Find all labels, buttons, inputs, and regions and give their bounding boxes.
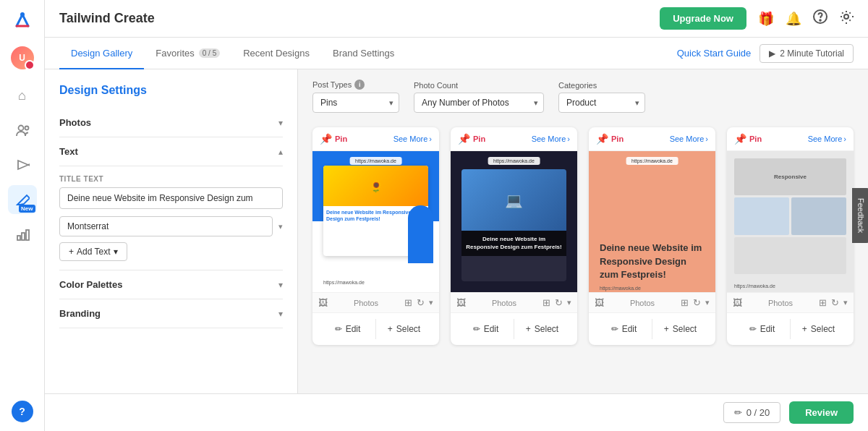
branding-section-header[interactable]: Branding ▾ [59, 299, 283, 328]
card-1-photos-label: Photos [354, 299, 378, 307]
card-2-arrow-icon: › [567, 135, 570, 143]
card-3-edit-button[interactable]: ✏ Edit [596, 319, 652, 339]
quick-start-link[interactable]: Quick Start Guide [677, 48, 752, 59]
photo-count-select[interactable]: Any Number of Photos [414, 93, 544, 113]
card-3-pin-icon: 📌 [596, 133, 608, 145]
feedback-tab[interactable]: Feedback [852, 188, 868, 243]
card-1-footer: 🖼 Photos ⊞ ↻ ▾ [312, 292, 439, 312]
card-3-select-button[interactable]: + Select [652, 319, 708, 339]
card-3-refresh-icon[interactable]: ↻ [693, 297, 701, 308]
card-3-text: Deine neue Website im Responsive Design … [600, 242, 705, 281]
card-3-see-more[interactable]: See More › [670, 135, 708, 143]
card-2-footer: 🖼 Photos ⊞ ↻ ▾ [451, 292, 577, 312]
card-4-see-more[interactable]: See More › [808, 135, 846, 143]
font-select[interactable]: Montserrat [59, 216, 273, 236]
card-1-layout-icon[interactable]: ⊞ [404, 297, 412, 308]
cards-grid: 📌 Pin See More › https://mawoka.de [312, 127, 854, 345]
review-button[interactable]: Review [789, 401, 854, 424]
card-1-actions: ✏ Edit + Select [312, 312, 439, 345]
card-3-footer-icons: ⊞ ↻ ▾ [681, 297, 710, 308]
tutorial-button[interactable]: ▶ 2 Minute Tutorial [760, 44, 854, 63]
app-title: Tailwind Create [59, 11, 155, 26]
card-1-refresh-icon[interactable]: ↻ [417, 297, 425, 308]
photos-icon-2: 🖼 [456, 297, 466, 308]
title-text-input[interactable] [59, 187, 283, 209]
tab-recent-designs[interactable]: Recent Designs [231, 38, 321, 69]
card-2-see-more[interactable]: See More › [532, 135, 570, 143]
settings-icon[interactable] [839, 9, 854, 27]
card-3-bottom-url: https://mawoka.de [600, 286, 641, 291]
cards-grid-area: 📌 Pin See More › https://mawoka.de [298, 120, 868, 431]
card-3-layout-icon[interactable]: ⊞ [681, 297, 689, 308]
card-1-arrow-icon: › [429, 135, 432, 143]
add-text-button[interactable]: + Add Text ▾ [59, 242, 127, 261]
card-4-refresh-icon[interactable]: ↻ [831, 297, 839, 308]
favorites-badge: 0 / 5 [199, 48, 220, 58]
photos-icon-4: 🖼 [733, 297, 742, 308]
sidebar-item-users[interactable] [8, 116, 37, 145]
branding-label: Branding [59, 308, 101, 319]
tab-design-gallery[interactable]: Design Gallery [59, 38, 144, 69]
card-4-select-button[interactable]: + Select [791, 319, 846, 339]
tab-brand-settings[interactable]: Brand Settings [321, 38, 406, 69]
count-badge: ✏ 0 / 20 [723, 402, 781, 423]
card-2-preview: https://mawoka.de 💻 Deine neue Website i… [451, 151, 577, 292]
card-1-see-more[interactable]: See More › [393, 135, 432, 143]
card-3-actions: ✏ Edit + Select [589, 312, 715, 345]
card-1-edit-button[interactable]: ✏ Edit [320, 319, 376, 339]
card-3-header: 📌 Pin See More › [589, 127, 715, 151]
add-text-chevron-icon: ▾ [114, 247, 118, 257]
card-4-more-icon[interactable]: ▾ [843, 298, 848, 307]
photos-section-header[interactable]: Photos ▾ [59, 108, 283, 137]
sidebar: U ⌂ New ? [0, 0, 45, 431]
sidebar-item-campaigns[interactable] [8, 150, 37, 179]
sidebar-item-home[interactable]: ⌂ [8, 81, 37, 110]
post-types-label: Post Types i [312, 80, 399, 90]
gift-icon[interactable]: 🎁 [758, 11, 774, 27]
upgrade-button[interactable]: Upgrade Now [660, 7, 746, 30]
help-button[interactable]: ? [12, 401, 33, 422]
help-icon[interactable] [813, 9, 827, 27]
card-1-more-icon[interactable]: ▾ [429, 298, 433, 307]
card-2-pin-badge: 📌 Pin [458, 133, 485, 145]
text-chevron-icon: ▴ [278, 147, 283, 157]
design-card-2: 📌 Pin See More › https://mawoka.de [451, 127, 577, 345]
card-3-more-icon[interactable]: ▾ [705, 298, 710, 307]
design-gallery-panel: Post Types i Pins Photo Count Any Number… [298, 69, 868, 431]
card-1-select-button[interactable]: + Select [376, 319, 432, 339]
text-section-header[interactable]: Text ▴ [59, 137, 283, 166]
avatar[interactable]: U [11, 46, 34, 69]
card-4-url: https://mawoka.de [734, 283, 775, 289]
card-2-layout-icon[interactable]: ⊞ [542, 297, 550, 308]
sidebar-item-create[interactable]: New [8, 185, 37, 214]
card-4-select-icon: + [802, 324, 807, 334]
post-types-info-icon: i [354, 80, 365, 90]
card-2-pin-icon: 📌 [458, 133, 470, 145]
svg-point-1 [18, 126, 23, 131]
tabbar: Design Gallery Favorites 0 / 5 Recent De… [45, 38, 868, 69]
branding-chevron-icon: ▾ [278, 309, 283, 319]
post-types-select[interactable]: Pins [312, 93, 399, 113]
tab-actions: Quick Start Guide ▶ 2 Minute Tutorial [677, 44, 854, 63]
card-3-photos-label: Photos [630, 299, 655, 307]
tab-favorites[interactable]: Favorites 0 / 5 [144, 38, 231, 69]
title-text-label: TITLE TEXT [59, 175, 283, 183]
card-2-more-icon[interactable]: ▾ [567, 298, 571, 307]
card-2-refresh-icon[interactable]: ↻ [555, 297, 563, 308]
bottom-bar: ✏ 0 / 20 Review [45, 393, 868, 431]
color-palettes-section-header[interactable]: Color Palettes ▾ [59, 270, 283, 299]
card-4-edit-icon: ✏ [749, 324, 757, 334]
card-2-select-button[interactable]: + Select [514, 319, 570, 339]
bell-icon[interactable]: 🔔 [786, 11, 801, 27]
sidebar-item-analytics[interactable] [8, 220, 37, 249]
svg-point-8 [844, 14, 848, 19]
card-2-inner: 💻 Deine neue Website im Responsive Desig… [461, 169, 566, 281]
card-4-preview: Responsive https://mawoka.de [727, 151, 854, 292]
card-3-footer: 🖼 Photos ⊞ ↻ ▾ [589, 292, 715, 312]
card-4-layout-icon[interactable]: ⊞ [819, 297, 827, 308]
categories-select[interactable]: Product [558, 93, 645, 113]
card-3-pin-badge: 📌 Pin [596, 133, 624, 145]
card-2-footer-icons: ⊞ ↻ ▾ [542, 297, 571, 308]
card-4-edit-button[interactable]: ✏ Edit [734, 319, 791, 339]
card-2-edit-button[interactable]: ✏ Edit [458, 319, 514, 339]
